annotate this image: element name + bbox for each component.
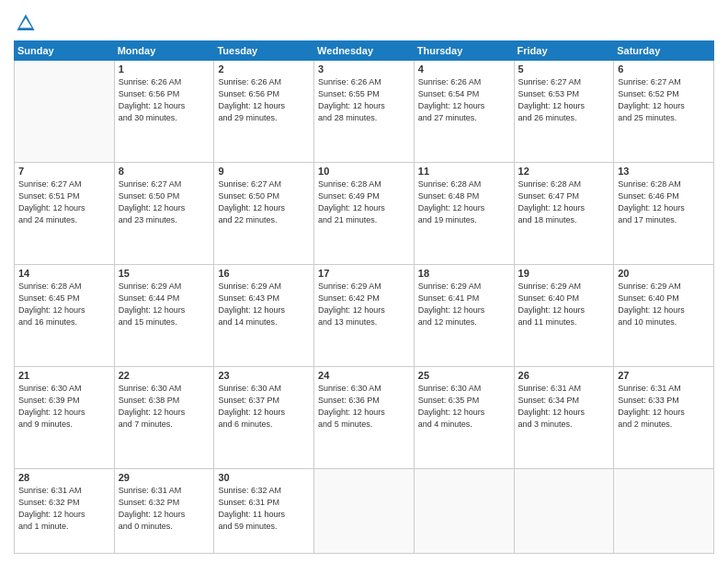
day-info: Sunrise: 6:30 AM Sunset: 6:37 PM Dayligh…	[218, 383, 310, 431]
page-header	[14, 9, 714, 37]
day-number: 15	[119, 268, 210, 279]
calendar-header-saturday: Saturday	[614, 41, 714, 61]
calendar-day-cell: 20Sunrise: 6:29 AM Sunset: 6:40 PM Dayli…	[614, 264, 714, 366]
day-number: 25	[418, 370, 510, 381]
calendar-week-4: 21Sunrise: 6:30 AM Sunset: 6:39 PM Dayli…	[15, 366, 714, 468]
logo	[14, 13, 38, 37]
day-number: 19	[518, 268, 610, 279]
day-info: Sunrise: 6:28 AM Sunset: 6:46 PM Dayligh…	[618, 178, 710, 226]
calendar-day-cell: 2Sunrise: 6:26 AM Sunset: 6:56 PM Daylig…	[214, 61, 314, 163]
calendar-day-cell: 27Sunrise: 6:31 AM Sunset: 6:33 PM Dayli…	[614, 366, 714, 468]
calendar-day-cell: 29Sunrise: 6:31 AM Sunset: 6:32 PM Dayli…	[114, 468, 214, 553]
day-number: 22	[119, 370, 210, 381]
calendar-day-cell	[514, 468, 614, 553]
day-number: 7	[18, 166, 110, 177]
day-number: 2	[218, 63, 310, 75]
day-number: 4	[418, 63, 510, 75]
calendar-day-cell: 18Sunrise: 6:29 AM Sunset: 6:41 PM Dayli…	[414, 264, 514, 366]
day-number: 20	[618, 268, 710, 279]
day-info: Sunrise: 6:32 AM Sunset: 6:31 PM Dayligh…	[218, 485, 310, 533]
day-info: Sunrise: 6:31 AM Sunset: 6:32 PM Dayligh…	[119, 485, 210, 533]
day-info: Sunrise: 6:29 AM Sunset: 6:44 PM Dayligh…	[119, 281, 210, 328]
calendar-day-cell: 10Sunrise: 6:28 AM Sunset: 6:49 PM Dayli…	[314, 162, 415, 264]
day-number: 6	[618, 63, 710, 75]
calendar-header-friday: Friday	[514, 41, 614, 61]
calendar-day-cell: 17Sunrise: 6:29 AM Sunset: 6:42 PM Dayli…	[314, 264, 415, 366]
day-info: Sunrise: 6:29 AM Sunset: 6:40 PM Dayligh…	[518, 281, 610, 328]
logo-icon	[16, 13, 36, 33]
day-info: Sunrise: 6:26 AM Sunset: 6:56 PM Dayligh…	[218, 76, 310, 124]
calendar-day-cell: 7Sunrise: 6:27 AM Sunset: 6:51 PM Daylig…	[15, 162, 115, 264]
calendar-day-cell: 25Sunrise: 6:30 AM Sunset: 6:35 PM Dayli…	[414, 366, 514, 468]
calendar-day-cell: 26Sunrise: 6:31 AM Sunset: 6:34 PM Dayli…	[514, 366, 614, 468]
calendar-week-5: 28Sunrise: 6:31 AM Sunset: 6:32 PM Dayli…	[15, 468, 714, 553]
day-number: 30	[218, 472, 310, 483]
day-info: Sunrise: 6:27 AM Sunset: 6:51 PM Dayligh…	[18, 178, 110, 226]
day-number: 23	[218, 370, 310, 381]
day-info: Sunrise: 6:27 AM Sunset: 6:50 PM Dayligh…	[119, 178, 210, 226]
day-number: 13	[618, 166, 710, 177]
day-info: Sunrise: 6:27 AM Sunset: 6:50 PM Dayligh…	[218, 178, 310, 226]
day-number: 9	[218, 166, 310, 177]
day-info: Sunrise: 6:26 AM Sunset: 6:56 PM Dayligh…	[119, 76, 210, 124]
day-number: 11	[418, 166, 510, 177]
day-info: Sunrise: 6:28 AM Sunset: 6:48 PM Dayligh…	[418, 178, 510, 226]
calendar-day-cell: 14Sunrise: 6:28 AM Sunset: 6:45 PM Dayli…	[15, 264, 115, 366]
day-info: Sunrise: 6:30 AM Sunset: 6:36 PM Dayligh…	[318, 383, 410, 431]
calendar-day-cell: 11Sunrise: 6:28 AM Sunset: 6:48 PM Dayli…	[414, 162, 514, 264]
calendar-header-monday: Monday	[114, 41, 214, 61]
calendar-day-cell	[314, 468, 415, 553]
day-info: Sunrise: 6:28 AM Sunset: 6:45 PM Dayligh…	[18, 281, 110, 328]
day-info: Sunrise: 6:26 AM Sunset: 6:54 PM Dayligh…	[418, 76, 510, 124]
day-info: Sunrise: 6:29 AM Sunset: 6:41 PM Dayligh…	[418, 281, 510, 328]
day-number: 17	[318, 268, 410, 279]
day-number: 18	[418, 268, 510, 279]
calendar-day-cell: 6Sunrise: 6:27 AM Sunset: 6:52 PM Daylig…	[614, 61, 714, 163]
day-info: Sunrise: 6:30 AM Sunset: 6:35 PM Dayligh…	[418, 383, 510, 431]
calendar-week-2: 7Sunrise: 6:27 AM Sunset: 6:51 PM Daylig…	[15, 162, 714, 264]
day-info: Sunrise: 6:28 AM Sunset: 6:47 PM Dayligh…	[518, 178, 610, 226]
calendar-day-cell: 13Sunrise: 6:28 AM Sunset: 6:46 PM Dayli…	[614, 162, 714, 264]
calendar-header-sunday: Sunday	[15, 41, 115, 61]
calendar-week-1: 1Sunrise: 6:26 AM Sunset: 6:56 PM Daylig…	[15, 61, 714, 163]
day-number: 10	[318, 166, 410, 177]
day-info: Sunrise: 6:29 AM Sunset: 6:42 PM Dayligh…	[318, 281, 410, 328]
calendar-day-cell	[15, 61, 115, 163]
day-number: 26	[518, 370, 610, 381]
day-number: 8	[119, 166, 210, 177]
day-info: Sunrise: 6:31 AM Sunset: 6:34 PM Dayligh…	[518, 383, 610, 431]
day-info: Sunrise: 6:31 AM Sunset: 6:32 PM Dayligh…	[18, 485, 110, 533]
day-info: Sunrise: 6:30 AM Sunset: 6:39 PM Dayligh…	[18, 383, 110, 431]
day-info: Sunrise: 6:27 AM Sunset: 6:53 PM Dayligh…	[518, 76, 610, 124]
day-number: 3	[318, 63, 410, 75]
calendar-day-cell: 30Sunrise: 6:32 AM Sunset: 6:31 PM Dayli…	[214, 468, 314, 553]
calendar-day-cell: 15Sunrise: 6:29 AM Sunset: 6:44 PM Dayli…	[114, 264, 214, 366]
calendar-day-cell: 16Sunrise: 6:29 AM Sunset: 6:43 PM Dayli…	[214, 264, 314, 366]
day-number: 1	[119, 63, 210, 75]
calendar-table: SundayMondayTuesdayWednesdayThursdayFrid…	[14, 40, 714, 554]
calendar-day-cell: 5Sunrise: 6:27 AM Sunset: 6:53 PM Daylig…	[514, 61, 614, 163]
day-info: Sunrise: 6:26 AM Sunset: 6:55 PM Dayligh…	[318, 76, 410, 124]
calendar-day-cell: 28Sunrise: 6:31 AM Sunset: 6:32 PM Dayli…	[15, 468, 115, 553]
calendar-day-cell: 19Sunrise: 6:29 AM Sunset: 6:40 PM Dayli…	[514, 264, 614, 366]
calendar-day-cell	[614, 468, 714, 553]
day-number: 28	[18, 472, 110, 483]
day-info: Sunrise: 6:29 AM Sunset: 6:43 PM Dayligh…	[218, 281, 310, 328]
day-info: Sunrise: 6:29 AM Sunset: 6:40 PM Dayligh…	[618, 281, 710, 328]
day-info: Sunrise: 6:28 AM Sunset: 6:49 PM Dayligh…	[318, 178, 410, 226]
day-number: 16	[218, 268, 310, 279]
calendar-day-cell: 22Sunrise: 6:30 AM Sunset: 6:38 PM Dayli…	[114, 366, 214, 468]
day-number: 24	[318, 370, 410, 381]
day-info: Sunrise: 6:30 AM Sunset: 6:38 PM Dayligh…	[119, 383, 210, 431]
day-number: 29	[119, 472, 210, 483]
calendar-day-cell: 12Sunrise: 6:28 AM Sunset: 6:47 PM Dayli…	[514, 162, 614, 264]
calendar-day-cell	[414, 468, 514, 553]
day-number: 12	[518, 166, 610, 177]
day-number: 27	[618, 370, 710, 381]
calendar-header-row: SundayMondayTuesdayWednesdayThursdayFrid…	[15, 41, 714, 61]
calendar-day-cell: 4Sunrise: 6:26 AM Sunset: 6:54 PM Daylig…	[414, 61, 514, 163]
calendar-day-cell: 3Sunrise: 6:26 AM Sunset: 6:55 PM Daylig…	[314, 61, 415, 163]
calendar-week-3: 14Sunrise: 6:28 AM Sunset: 6:45 PM Dayli…	[15, 264, 714, 366]
day-number: 5	[518, 63, 610, 75]
calendar-day-cell: 1Sunrise: 6:26 AM Sunset: 6:56 PM Daylig…	[114, 61, 214, 163]
